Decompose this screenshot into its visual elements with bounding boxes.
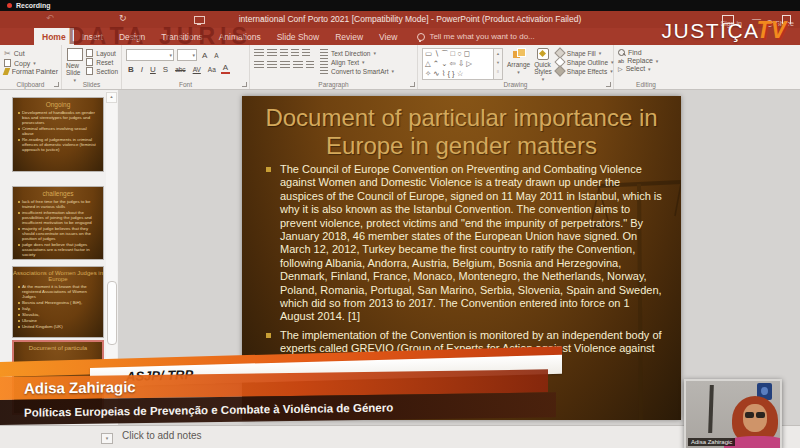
undo-icon[interactable]: ↶ xyxy=(46,13,54,23)
tell-me-box[interactable]: Tell me what you want to do... xyxy=(405,28,534,45)
redo-icon[interactable]: ↻ xyxy=(119,13,127,23)
shapes-gallery[interactable]: ▭ ∖ ⌒ □ ○ ◻ △ ⌃ ⌄ ⇦ ⇩ ▷ ✧ ∿ ⌇ { } ☆ xyxy=(422,48,494,80)
character-spacing-button[interactable]: AV xyxy=(191,66,203,73)
numbering-icon[interactable] xyxy=(267,49,277,57)
person-icon xyxy=(766,20,773,27)
smartart-icon xyxy=(320,67,328,75)
recording-bar: Recording xyxy=(0,0,800,11)
convert-smartart-button[interactable]: Convert to SmartArt▾ xyxy=(320,67,394,75)
font-name-combo[interactable]: ▾ xyxy=(126,49,174,61)
shape-effects-icon xyxy=(554,65,565,76)
copy-button[interactable]: Copy▾ xyxy=(4,59,58,67)
scrollbar-thumb[interactable] xyxy=(107,281,117,345)
notes-placeholder[interactable]: Click to add notes xyxy=(122,430,202,441)
shrink-font-button[interactable]: A xyxy=(212,52,220,59)
slideshow-icon[interactable] xyxy=(194,16,205,24)
shape-outline-button[interactable]: Shape Outline▾ xyxy=(556,58,614,66)
font-dialog-launcher[interactable] xyxy=(242,82,247,87)
align-right-icon[interactable] xyxy=(280,61,290,69)
select-cursor-icon: ▷ xyxy=(618,65,623,72)
font-group: ▾ ▾ A A B I U S abc AV Aa A Font xyxy=(122,45,250,89)
tab-slide-show[interactable]: Slide Show xyxy=(269,28,328,45)
select-button[interactable]: ▷Select▾ xyxy=(618,65,675,72)
font-color-button[interactable]: A xyxy=(221,64,230,74)
increase-indent-icon[interactable] xyxy=(291,49,299,57)
find-button[interactable]: Find xyxy=(618,49,675,56)
thumbnail-slide-3[interactable]: Associations of Women Judges in Europe A… xyxy=(12,266,104,338)
font-size-combo[interactable]: ▾ xyxy=(177,49,197,61)
new-slide-button[interactable]: New Slide▾ xyxy=(66,48,83,83)
shape-fill-button[interactable]: Shape Fill▾ xyxy=(556,49,614,57)
tab-animations[interactable]: Animations xyxy=(211,28,269,45)
thumbnail-scrollbar[interactable]: ▲ xyxy=(106,91,117,423)
bold-button[interactable]: B xyxy=(126,65,136,74)
shape-effects-button[interactable]: Shape Effects▾ xyxy=(556,67,614,75)
underline-button[interactable]: U xyxy=(148,65,158,74)
columns-icon[interactable] xyxy=(306,61,314,69)
layout-button[interactable]: Layout xyxy=(86,49,118,57)
webcam-video: Adisa Zahiragic xyxy=(684,379,782,448)
notes-pane[interactable]: ▾ Click to add notes xyxy=(0,425,800,448)
reset-button[interactable]: Reset xyxy=(86,58,118,66)
lightbulb-icon xyxy=(417,33,425,41)
justify-icon[interactable] xyxy=(293,61,303,69)
bullet-icon xyxy=(18,320,20,322)
bullet-icon xyxy=(18,302,20,304)
shapes-gallery-scroll[interactable]: ▲▼≡ xyxy=(494,48,503,80)
thumbnail-slide-2[interactable]: challenges lack of free time for the jud… xyxy=(12,186,104,260)
share-button[interactable]: Share xyxy=(766,20,794,27)
paragraph-dialog-launcher[interactable] xyxy=(410,82,415,87)
italic-button[interactable]: I xyxy=(139,65,145,74)
slide-body-textbox[interactable]: The Council of Europe Convention on Prev… xyxy=(266,163,663,369)
align-text-icon xyxy=(320,58,328,66)
bullet-icon xyxy=(18,139,20,141)
bullet-icon xyxy=(18,314,20,316)
section-button[interactable]: Section xyxy=(86,67,118,75)
recording-label: Recording xyxy=(16,2,51,9)
tab-insert[interactable]: Insert xyxy=(74,28,111,45)
tab-design[interactable]: Design xyxy=(111,28,153,45)
strikethrough-button[interactable]: abc xyxy=(173,66,187,73)
quick-styles-button[interactable]: Quick Styles▾ xyxy=(534,48,552,82)
drawing-dialog-launcher[interactable] xyxy=(606,82,611,87)
bullet-icon xyxy=(18,228,20,230)
layout-icon xyxy=(86,49,93,57)
slide-title[interactable]: Document of particular importance in Eur… xyxy=(242,104,681,159)
line-spacing-icon[interactable] xyxy=(302,49,310,57)
notes-resize-icon[interactable]: ▾ xyxy=(101,433,113,444)
format-painter-button[interactable]: Format Painter xyxy=(4,68,58,75)
thumbnail-slide-4-selected[interactable]: Document of particula xyxy=(12,340,104,415)
flagpole-image xyxy=(708,385,714,433)
bullet-icon xyxy=(266,167,271,172)
text-direction-button[interactable]: Text Direction▾ xyxy=(320,49,394,57)
powerpoint-window: Recording ↶ ↻ • international Conf Porto… xyxy=(0,0,800,448)
align-center-icon[interactable] xyxy=(267,61,277,69)
cut-button[interactable]: ✂Cut xyxy=(4,49,58,58)
text-shadow-button[interactable]: S xyxy=(161,65,170,74)
scissors-icon: ✂ xyxy=(4,49,11,58)
tab-review[interactable]: Review xyxy=(327,28,371,45)
arrange-button[interactable]: Arrange▾ xyxy=(507,48,530,75)
arrange-icon xyxy=(513,48,525,60)
tab-home[interactable]: Home xyxy=(34,28,74,45)
thumbnail-slide-1[interactable]: Ongoing Development of handbooks on gend… xyxy=(12,97,104,172)
bullets-icon[interactable] xyxy=(254,49,264,57)
paintbrush-icon xyxy=(3,68,10,75)
webcam-name-label: Adisa Zahiragic xyxy=(688,438,735,446)
sign-in-link[interactable]: Sign in xyxy=(721,20,742,27)
bullet-icon xyxy=(18,308,20,310)
grow-font-button[interactable]: A xyxy=(200,51,209,60)
bullet-icon xyxy=(18,244,20,246)
tab-view[interactable]: View xyxy=(371,28,405,45)
slide-canvas[interactable]: Document of particular importance in Eur… xyxy=(242,96,681,420)
replace-button[interactable]: abReplace▾ xyxy=(618,57,675,64)
minimize-icon[interactable]: — xyxy=(752,14,761,24)
tab-transitions[interactable]: Transitions xyxy=(153,28,210,45)
scroll-up-arrow-icon[interactable]: ▲ xyxy=(106,92,117,103)
change-case-button[interactable]: Aa xyxy=(206,66,218,73)
clipboard-dialog-launcher[interactable] xyxy=(54,82,59,87)
decrease-indent-icon[interactable] xyxy=(280,49,288,57)
align-text-button[interactable]: Align Text▾ xyxy=(320,58,394,66)
drawing-group: ▭ ∖ ⌒ □ ○ ◻ △ ⌃ ⌄ ⇦ ⇩ ▷ ✧ ∿ ⌇ { } ☆ ▲▼≡ … xyxy=(418,45,614,89)
align-left-icon[interactable] xyxy=(254,61,264,69)
